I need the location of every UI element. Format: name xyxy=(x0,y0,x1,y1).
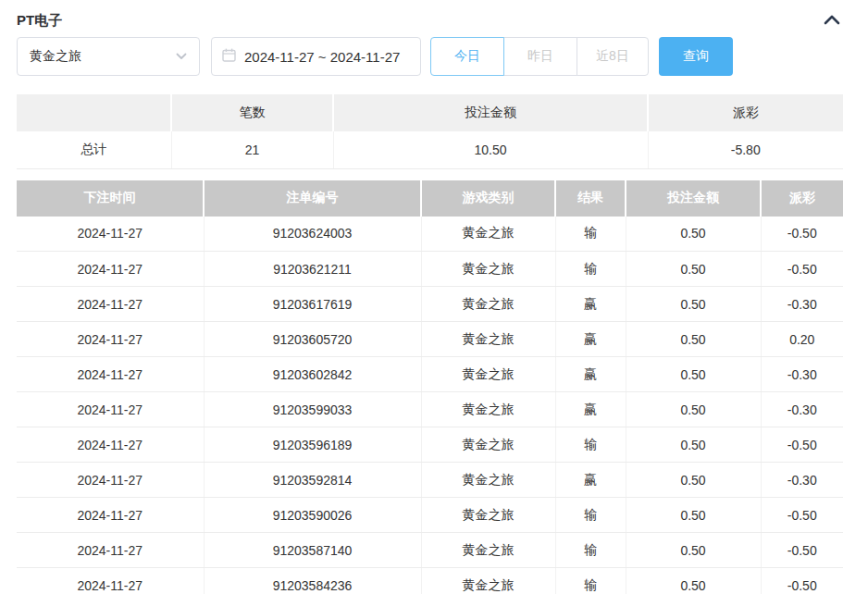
yesterday-button[interactable]: 昨日 xyxy=(503,37,577,76)
bet-time-cell: 2024-11-27 xyxy=(17,498,204,533)
table-row: 2024-11-2791203592814黄金之旅赢0.50-0.30 xyxy=(17,463,843,498)
table-row: 2024-11-2791203617619黄金之旅赢0.50-0.30 xyxy=(17,287,843,322)
result-cell: 输 xyxy=(555,568,626,594)
records-table: 下注时间 注单编号 游戏类别 结果 投注金额 派彩 2024-11-279120… xyxy=(17,180,843,594)
bet-amount-cell: 0.50 xyxy=(626,322,761,357)
payout-cell: -0.50 xyxy=(761,427,843,463)
game-type-cell: 黄金之旅 xyxy=(421,252,555,287)
payout-cell: -0.30 xyxy=(761,287,843,322)
summary-header-count: 笔数 xyxy=(171,94,333,131)
game-type-cell: 黄金之旅 xyxy=(421,357,555,392)
result-cell: 赢 xyxy=(555,287,626,322)
date-range-value: 2024-11-27 ~ 2024-11-27 xyxy=(244,49,400,65)
summary-header-payout: 派彩 xyxy=(648,94,843,131)
summary-total-row: 总计 21 10.50 -5.80 xyxy=(17,131,843,168)
game-type-cell: 黄金之旅 xyxy=(421,533,555,568)
bet-time-cell: 2024-11-27 xyxy=(17,357,204,392)
result-cell: 赢 xyxy=(555,357,626,392)
col-bet-time: 下注时间 xyxy=(17,180,204,217)
pt-electronic-panel: PT电子 黄金之旅 2024-11-27 ~ 2024-11-27 xyxy=(0,0,868,594)
payout-cell: -0.50 xyxy=(761,498,843,533)
calendar-icon xyxy=(222,48,236,65)
panel-header: PT电子 xyxy=(17,0,851,30)
table-row: 2024-11-2791203590026黄金之旅输0.50-0.50 xyxy=(17,498,843,533)
order-number-cell: 91203605720 xyxy=(204,322,421,357)
payout-cell: -0.50 xyxy=(761,217,843,252)
summary-total-label: 总计 xyxy=(17,131,171,168)
table-row: 2024-11-2791203587140黄金之旅输0.50-0.50 xyxy=(17,533,843,568)
game-type-cell: 黄金之旅 xyxy=(421,568,555,594)
bet-amount-cell: 0.50 xyxy=(626,287,761,322)
game-select[interactable]: 黄金之旅 xyxy=(17,37,200,76)
order-number-cell: 91203624003 xyxy=(204,217,421,252)
chevron-up-icon xyxy=(824,12,840,29)
game-type-cell: 黄金之旅 xyxy=(421,217,555,252)
bet-time-cell: 2024-11-27 xyxy=(17,568,204,594)
last-8-days-button[interactable]: 近8日 xyxy=(577,37,649,76)
summary-header-bet-amount: 投注金额 xyxy=(333,94,648,131)
col-payout: 派彩 xyxy=(761,180,843,217)
table-row: 2024-11-2791203621211黄金之旅输0.50-0.50 xyxy=(17,252,843,287)
summary-header-empty xyxy=(17,94,171,131)
order-number-cell: 91203584236 xyxy=(204,568,421,594)
payout-cell: -0.50 xyxy=(761,568,843,594)
bet-time-cell: 2024-11-27 xyxy=(17,533,204,568)
table-row: 2024-11-2791203624003黄金之旅输0.50-0.50 xyxy=(17,217,843,252)
page-title: PT电子 xyxy=(17,12,62,30)
records-header-row: 下注时间 注单编号 游戏类别 结果 投注金额 派彩 xyxy=(17,180,843,217)
order-number-cell: 91203587140 xyxy=(204,533,421,568)
bet-amount-cell: 0.50 xyxy=(626,498,761,533)
table-row: 2024-11-2791203602842黄金之旅赢0.50-0.30 xyxy=(17,357,843,392)
bet-amount-cell: 0.50 xyxy=(626,463,761,498)
order-number-cell: 91203621211 xyxy=(204,252,421,287)
bet-time-cell: 2024-11-27 xyxy=(17,287,204,322)
table-row: 2024-11-2791203596189黄金之旅输0.50-0.50 xyxy=(17,427,843,463)
bet-amount-cell: 0.50 xyxy=(626,427,761,463)
game-type-cell: 黄金之旅 xyxy=(421,498,555,533)
payout-cell: -0.30 xyxy=(761,463,843,498)
result-cell: 输 xyxy=(555,252,626,287)
result-cell: 赢 xyxy=(555,392,626,427)
result-cell: 赢 xyxy=(555,463,626,498)
bet-time-cell: 2024-11-27 xyxy=(17,217,204,252)
game-type-cell: 黄金之旅 xyxy=(421,287,555,322)
date-range-input[interactable]: 2024-11-27 ~ 2024-11-27 xyxy=(211,37,421,76)
summary-table: 笔数 投注金额 派彩 总计 21 10.50 -5.80 xyxy=(17,94,843,169)
payout-cell: -0.50 xyxy=(761,252,843,287)
result-cell: 输 xyxy=(555,217,626,252)
order-number-cell: 91203599033 xyxy=(204,392,421,427)
order-number-cell: 91203617619 xyxy=(204,287,421,322)
result-cell: 输 xyxy=(555,533,626,568)
result-cell: 输 xyxy=(555,498,626,533)
order-number-cell: 91203596189 xyxy=(204,427,421,463)
bet-time-cell: 2024-11-27 xyxy=(17,427,204,463)
bet-time-cell: 2024-11-27 xyxy=(17,392,204,427)
order-number-cell: 91203592814 xyxy=(204,463,421,498)
game-type-cell: 黄金之旅 xyxy=(421,322,555,357)
order-number-cell: 91203602842 xyxy=(204,357,421,392)
chevron-down-icon xyxy=(176,53,187,60)
payout-cell: -0.50 xyxy=(761,533,843,568)
col-result: 结果 xyxy=(555,180,626,217)
col-game-type: 游戏类别 xyxy=(421,180,555,217)
bet-amount-cell: 0.50 xyxy=(626,533,761,568)
table-row: 2024-11-2791203599033黄金之旅赢0.50-0.30 xyxy=(17,392,843,427)
table-row: 2024-11-2791203605720黄金之旅赢0.500.20 xyxy=(17,322,843,357)
game-type-cell: 黄金之旅 xyxy=(421,392,555,427)
today-button[interactable]: 今日 xyxy=(430,37,504,76)
bet-time-cell: 2024-11-27 xyxy=(17,322,204,357)
order-number-cell: 91203590026 xyxy=(204,498,421,533)
game-type-cell: 黄金之旅 xyxy=(421,463,555,498)
col-bet-amount: 投注金额 xyxy=(626,180,761,217)
game-type-cell: 黄金之旅 xyxy=(421,427,555,463)
collapse-button[interactable] xyxy=(824,12,840,29)
payout-cell: -0.30 xyxy=(761,392,843,427)
summary-count-value: 21 xyxy=(171,131,333,168)
table-row: 2024-11-2791203584236黄金之旅输0.50-0.50 xyxy=(17,568,843,594)
game-select-value: 黄金之旅 xyxy=(30,48,81,65)
query-button[interactable]: 查询 xyxy=(659,37,733,76)
bet-amount-cell: 0.50 xyxy=(626,357,761,392)
payout-cell: 0.20 xyxy=(761,322,843,357)
col-order-number: 注单编号 xyxy=(204,180,421,217)
summary-header-row: 笔数 投注金额 派彩 xyxy=(17,94,843,131)
